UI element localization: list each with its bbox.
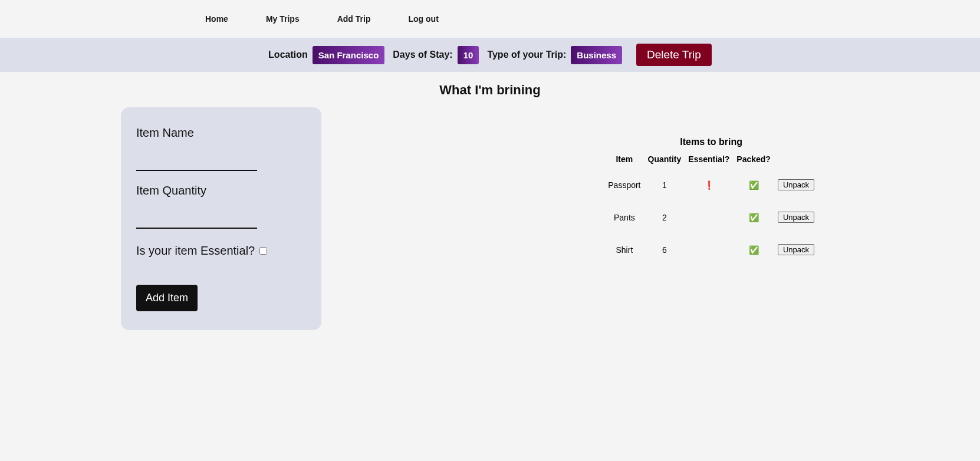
item-packed: ✅ (733, 201, 774, 233)
days-label: Days of Stay: (393, 50, 452, 60)
item-name: Passport (604, 169, 644, 201)
item-quantity: 2 (644, 201, 685, 233)
nav-log-out[interactable]: Log out (389, 0, 457, 38)
trip-info-bar: Location San Francisco Days of Stay: 10 … (0, 38, 980, 72)
content-row: Item Name Item Quantity Is your item Ess… (0, 107, 980, 330)
item-quantity-label: Item Quantity (136, 184, 306, 197)
item-quantity-input[interactable] (136, 210, 257, 229)
add-item-button[interactable]: Add Item (136, 285, 198, 311)
table-row: Pants 2 ✅ Unpack (604, 201, 818, 233)
item-name-label: Item Name (136, 126, 306, 140)
col-packed: Packed? (733, 154, 774, 169)
unpack-button[interactable]: Unpack (778, 244, 814, 255)
item-quantity: 1 (644, 169, 685, 201)
delete-trip-button[interactable]: Delete Trip (636, 44, 712, 66)
location-value: San Francisco (313, 46, 385, 64)
col-essential: Essential? (685, 154, 733, 169)
item-name: Pants (604, 201, 644, 233)
item-essential (685, 233, 733, 266)
essential-row: Is your item Essential? (136, 244, 306, 258)
nav-home[interactable]: Home (186, 0, 247, 38)
table-row: Shirt 6 ✅ Unpack (604, 233, 818, 266)
add-item-form: Item Name Item Quantity Is your item Ess… (121, 107, 321, 330)
essential-checkbox[interactable] (259, 247, 267, 255)
unpack-button[interactable]: Unpack (778, 212, 814, 223)
item-packed: ✅ (733, 169, 774, 201)
nav-add-trip[interactable]: Add Trip (318, 0, 390, 38)
item-name-input[interactable] (136, 153, 257, 171)
days-value: 10 (458, 46, 479, 64)
item-essential (685, 201, 733, 233)
item-packed: ✅ (733, 233, 774, 266)
item-essential: ❗ (685, 169, 733, 201)
col-action (774, 154, 818, 169)
col-item: Item (604, 154, 644, 169)
trip-type-label: Type of your Trip: (487, 50, 566, 60)
col-quantity: Quantity (644, 154, 685, 169)
items-section: Items to bring Item Quantity Essential? … (604, 137, 818, 266)
location-label: Location (268, 50, 308, 60)
nav-my-trips[interactable]: My Trips (247, 0, 318, 38)
item-name: Shirt (604, 233, 644, 266)
essential-label: Is your item Essential? (136, 244, 255, 258)
page-title: What I'm brining (0, 83, 980, 98)
unpack-button[interactable]: Unpack (778, 179, 814, 190)
table-row: Passport 1 ❗ ✅ Unpack (604, 169, 818, 201)
item-quantity: 6 (644, 233, 685, 266)
trip-type-value: Business (571, 46, 622, 64)
items-table: Item Quantity Essential? Packed? Passpor… (604, 154, 818, 266)
top-nav: Home My Trips Add Trip Log out (0, 0, 980, 38)
items-title: Items to bring (604, 137, 818, 147)
